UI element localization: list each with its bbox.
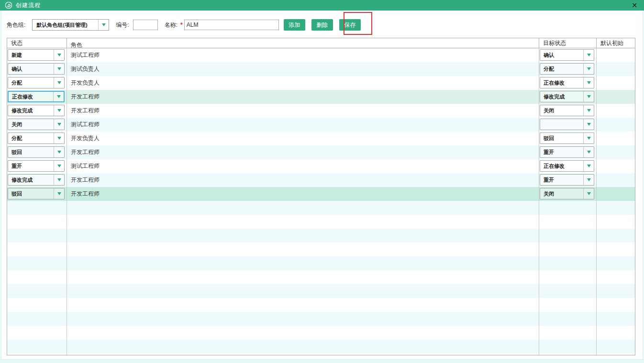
chevron-down-icon[interactable] bbox=[54, 105, 64, 116]
role-cell[interactable]: 开发工程师 bbox=[67, 187, 539, 201]
target-status-dropdown[interactable]: 重开 bbox=[540, 174, 594, 186]
status-dropdown[interactable]: 分配 bbox=[8, 132, 65, 144]
default-initial-cell bbox=[597, 145, 635, 159]
role-cell bbox=[67, 229, 539, 242]
chevron-down-icon[interactable] bbox=[583, 64, 594, 74]
chevron-down-icon[interactable] bbox=[54, 133, 64, 143]
close-icon[interactable]: ✕ bbox=[630, 0, 639, 11]
target-status-cell bbox=[539, 340, 597, 353]
table-row[interactable]: 关闭测试工程师 bbox=[7, 118, 635, 132]
status-dropdown[interactable]: 关闭 bbox=[8, 119, 65, 130]
empty-table-row bbox=[7, 229, 635, 242]
header-target-status: 目标状态 bbox=[539, 38, 597, 48]
target-status-dropdown[interactable]: 关闭 bbox=[540, 105, 594, 116]
role-cell bbox=[67, 298, 539, 312]
chevron-down-icon[interactable] bbox=[54, 64, 64, 74]
target-status-dropdown[interactable] bbox=[540, 119, 594, 130]
role-group-select[interactable]: 默认角色组(项目管理) bbox=[32, 19, 109, 31]
table-row[interactable]: 确认测试负责人分配 bbox=[7, 62, 635, 76]
table-row[interactable]: 驳回开发工程师重开 bbox=[7, 145, 635, 159]
status-dropdown[interactable]: 驳回 bbox=[8, 146, 65, 158]
chevron-down-icon[interactable] bbox=[54, 119, 64, 130]
role-cell[interactable]: 开发负责人 bbox=[67, 132, 539, 145]
role-cell[interactable]: 测试负责人 bbox=[67, 62, 539, 76]
chevron-down-icon[interactable] bbox=[583, 91, 594, 102]
empty-table-row bbox=[7, 326, 635, 340]
role-cell[interactable]: 开发工程师 bbox=[67, 145, 539, 159]
target-status-dropdown[interactable]: 正在修改 bbox=[540, 77, 594, 88]
table-row[interactable]: 分配开发负责人驳回 bbox=[7, 132, 635, 145]
delete-button[interactable]: 删除 bbox=[311, 19, 333, 31]
role-cell[interactable]: 测试工程师 bbox=[67, 159, 539, 173]
default-initial-cell bbox=[597, 326, 635, 340]
chevron-down-icon[interactable] bbox=[54, 188, 64, 199]
chevron-down-icon[interactable] bbox=[53, 92, 64, 101]
default-initial-cell bbox=[597, 353, 635, 355]
chevron-down-icon[interactable] bbox=[54, 147, 64, 157]
status-cell: 驳回 bbox=[7, 187, 67, 201]
status-dropdown[interactable]: 修改完成 bbox=[8, 174, 65, 186]
status-dropdown[interactable]: 正在修改 bbox=[8, 91, 65, 102]
target-status-dropdown[interactable]: 驳回 bbox=[540, 132, 594, 144]
target-status-dropdown[interactable]: 确认 bbox=[540, 49, 594, 61]
target-status-cell: 关闭 bbox=[539, 187, 597, 201]
status-dropdown[interactable]: 确认 bbox=[8, 63, 65, 75]
chevron-down-icon[interactable] bbox=[583, 133, 594, 143]
workflow-table: 状态 角色 目标状态 默认初始 新建测试工程师确认确认测试负责人分配分配开发负责… bbox=[7, 38, 635, 355]
table-row[interactable]: 驳回开发工程师关闭 bbox=[7, 187, 635, 201]
target-status-dropdown-value: 关闭 bbox=[540, 190, 583, 198]
role-cell[interactable]: 测试工程师 bbox=[67, 48, 539, 62]
status-cell: 修改完成 bbox=[7, 173, 67, 187]
chevron-down-icon[interactable] bbox=[583, 105, 594, 116]
name-input[interactable] bbox=[184, 20, 279, 30]
save-button[interactable]: 保存 bbox=[339, 19, 361, 31]
number-input[interactable] bbox=[133, 20, 158, 30]
empty-table-row bbox=[7, 201, 635, 215]
status-cell bbox=[7, 326, 67, 340]
role-cell[interactable]: 测试工程师 bbox=[67, 118, 539, 132]
status-dropdown-value: 分配 bbox=[8, 79, 54, 87]
status-dropdown[interactable]: 重开 bbox=[8, 160, 65, 172]
status-dropdown[interactable]: 驳回 bbox=[8, 188, 65, 199]
chevron-down-icon[interactable] bbox=[583, 188, 594, 199]
status-dropdown[interactable]: 新建 bbox=[8, 49, 65, 61]
table-row[interactable]: 正在修改开发工程师修改完成 bbox=[7, 90, 635, 104]
chevron-down-icon[interactable] bbox=[98, 20, 109, 30]
table-row[interactable]: 修改完成开发工程师关闭 bbox=[7, 104, 635, 118]
target-status-dropdown[interactable]: 分配 bbox=[540, 63, 594, 75]
chevron-down-icon[interactable] bbox=[583, 161, 594, 171]
empty-table-row bbox=[7, 340, 635, 353]
spiral-logo-icon bbox=[5, 1, 12, 9]
target-status-dropdown[interactable]: 正在修改 bbox=[540, 160, 594, 172]
table-row[interactable]: 分配开发负责人正在修改 bbox=[7, 76, 635, 90]
role-cell[interactable]: 开发工程师 bbox=[67, 90, 539, 104]
target-status-dropdown[interactable]: 关闭 bbox=[540, 188, 594, 199]
add-button[interactable]: 添加 bbox=[284, 19, 305, 31]
target-status-cell: 确认 bbox=[539, 48, 597, 62]
chevron-down-icon[interactable] bbox=[54, 77, 64, 88]
chevron-down-icon[interactable] bbox=[54, 161, 64, 171]
default-initial-cell bbox=[597, 201, 635, 215]
role-cell[interactable]: 开发工程师 bbox=[67, 104, 539, 118]
chevron-down-icon[interactable] bbox=[583, 77, 594, 88]
status-dropdown-value: 新建 bbox=[8, 52, 54, 59]
status-cell bbox=[7, 256, 67, 270]
default-initial-cell bbox=[597, 90, 635, 104]
table-row[interactable]: 重开测试工程师正在修改 bbox=[7, 159, 635, 173]
role-cell[interactable]: 开发负责人 bbox=[67, 76, 539, 90]
dialog-edge-bottom bbox=[0, 359, 644, 363]
chevron-down-icon[interactable] bbox=[583, 50, 594, 60]
status-dropdown[interactable]: 修改完成 bbox=[8, 105, 65, 116]
chevron-down-icon[interactable] bbox=[583, 119, 594, 130]
target-status-dropdown-value: 驳回 bbox=[540, 135, 583, 142]
role-cell[interactable]: 开发工程师 bbox=[67, 173, 539, 187]
chevron-down-icon[interactable] bbox=[583, 175, 594, 185]
status-dropdown[interactable]: 分配 bbox=[8, 77, 65, 88]
table-row[interactable]: 修改完成开发工程师重开 bbox=[7, 173, 635, 187]
table-row[interactable]: 新建测试工程师确认 bbox=[7, 48, 635, 62]
chevron-down-icon[interactable] bbox=[54, 50, 64, 60]
target-status-dropdown[interactable]: 重开 bbox=[540, 146, 594, 158]
chevron-down-icon[interactable] bbox=[54, 175, 64, 185]
target-status-dropdown[interactable]: 修改完成 bbox=[540, 91, 594, 102]
chevron-down-icon[interactable] bbox=[583, 147, 594, 157]
